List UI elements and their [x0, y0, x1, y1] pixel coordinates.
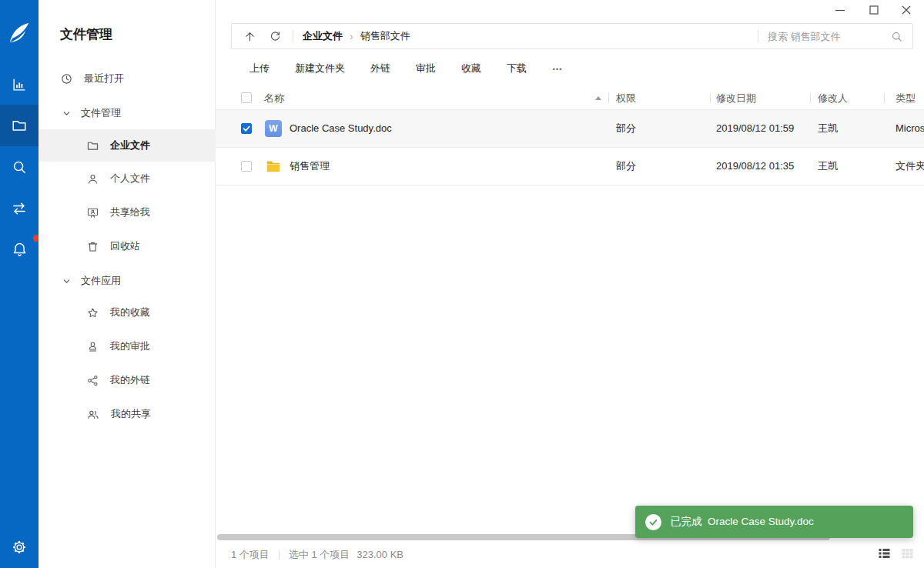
- folder-icon: [265, 158, 282, 175]
- up-level-button[interactable]: [243, 30, 256, 43]
- sidebar-item-label: 我的外链: [110, 373, 150, 387]
- app-logo[interactable]: [0, 14, 38, 52]
- toast-filename: Oracle Case Study.doc: [708, 516, 814, 527]
- new-folder-button[interactable]: 新建文件夹: [295, 62, 345, 75]
- sidebar-item-label: 我的审批: [110, 339, 150, 353]
- sort-ascending-icon: [595, 96, 601, 100]
- divider: [293, 30, 293, 42]
- transfer-arrows-icon: [11, 200, 28, 217]
- divider: [810, 93, 811, 103]
- sidebar-item-label: 回收站: [110, 239, 140, 253]
- rail-item-search[interactable]: [0, 146, 38, 188]
- file-permission: 部分: [616, 110, 636, 147]
- column-header-type[interactable]: 类型: [896, 86, 916, 110]
- trash-icon: [86, 240, 99, 253]
- download-complete-toast: 已完成 Oracle Case Study.doc: [635, 506, 913, 538]
- maximize-button[interactable]: [867, 3, 881, 17]
- search-icon[interactable]: [890, 30, 903, 43]
- navigation-bar: 企业文件 › 销售部文件: [231, 23, 913, 49]
- rail-item-files[interactable]: [0, 105, 38, 146]
- download-button[interactable]: 下载: [507, 62, 527, 75]
- sidebar-item-my-approvals[interactable]: 我的审批: [38, 330, 216, 363]
- sidebar-title: 文件管理: [60, 25, 112, 43]
- sidebar-item-recent[interactable]: 最近打开: [38, 62, 216, 95]
- table-row[interactable]: W Oracle Case Study.doc 部分 2019/08/12 01…: [216, 110, 924, 148]
- breadcrumb-root[interactable]: 企业文件: [303, 29, 343, 43]
- grid-view-icon[interactable]: [901, 547, 914, 560]
- refresh-button[interactable]: [269, 30, 282, 43]
- row-checkbox[interactable]: [241, 161, 252, 172]
- chevron-down-icon: [62, 277, 71, 286]
- list-view-icon[interactable]: [878, 547, 891, 560]
- sidebar-item-shared-with-me[interactable]: 共享给我: [38, 196, 216, 229]
- selected-count: 选中 1 个项目: [289, 548, 350, 562]
- rail-item-settings[interactable]: [0, 526, 38, 568]
- search-icon: [11, 159, 28, 175]
- approval-button[interactable]: 审批: [416, 62, 436, 75]
- users-icon: [86, 408, 100, 421]
- divider: [884, 93, 885, 103]
- search-input[interactable]: [768, 31, 887, 42]
- sidebar-group-file-apps[interactable]: 文件应用: [38, 265, 216, 297]
- sidebar-item-my-links[interactable]: 我的外链: [38, 364, 216, 396]
- sidebar-item-label: 共享给我: [110, 205, 150, 219]
- file-type: Microsoft Word 文档: [896, 110, 924, 147]
- file-name[interactable]: Oracle Case Study.doc: [290, 110, 392, 147]
- sidebar-item-label: 个人文件: [110, 172, 150, 185]
- select-all-checkbox[interactable]: [241, 92, 252, 103]
- divider: [608, 93, 609, 103]
- row-checkbox-checked[interactable]: [241, 123, 252, 134]
- shared-screen-icon: [86, 206, 99, 219]
- sidebar-item-enterprise-files[interactable]: 企业文件: [38, 129, 216, 162]
- table-row[interactable]: 销售管理 部分 2019/08/12 01:35 王凯 文件夹: [216, 148, 924, 185]
- sidebar-item-label: 我的收藏: [110, 306, 150, 319]
- file-name[interactable]: 销售管理: [290, 148, 330, 185]
- sidebar-item-label: 最近打开: [84, 72, 124, 85]
- file-modified-date: 2019/08/12 01:35: [716, 148, 794, 185]
- column-header-modified-by[interactable]: 修改人: [818, 86, 848, 110]
- app-window: 文件管理 最近打开 文件管理 企业文件 个人文件: [0, 0, 924, 568]
- sidebar-item-personal-files[interactable]: 个人文件: [38, 162, 216, 195]
- feather-logo-icon: [6, 19, 32, 47]
- sidebar-group-file-management[interactable]: 文件管理: [38, 97, 216, 129]
- rail-item-notifications[interactable]: [0, 229, 38, 270]
- divider: [758, 30, 758, 42]
- sidebar-item-my-favorites[interactable]: 我的收藏: [38, 296, 216, 329]
- rail-item-transfer[interactable]: [0, 188, 38, 229]
- table-header: 名称 权限 修改日期 修改人 类型: [216, 86, 924, 110]
- external-link-button[interactable]: 外链: [370, 62, 390, 75]
- file-type: 文件夹: [896, 148, 924, 185]
- file-modified-by: 王凯: [818, 148, 838, 185]
- file-toolbar: 上传 新建文件夹 外链 审批 收藏 下载 ⋯: [249, 55, 563, 82]
- star-icon: [86, 306, 99, 319]
- upload-button[interactable]: 上传: [249, 62, 270, 75]
- selected-size: 323.00 KB: [357, 549, 403, 560]
- favorite-button[interactable]: 收藏: [461, 62, 481, 75]
- column-header-permission[interactable]: 权限: [616, 86, 636, 110]
- item-count: 1 个项目: [231, 548, 270, 562]
- file-modified-by: 王凯: [818, 110, 838, 147]
- sidebar-item-recycle-bin[interactable]: 回收站: [38, 230, 216, 262]
- stamp-icon: [86, 340, 99, 353]
- toast-status: 已完成: [671, 516, 702, 527]
- minimize-button[interactable]: [833, 3, 847, 17]
- sidebar-group-label: 文件管理: [81, 106, 121, 120]
- minimize-icon: [835, 5, 845, 15]
- chevron-down-icon: [62, 109, 71, 118]
- column-header-name[interactable]: 名称: [264, 86, 284, 110]
- close-icon: [902, 5, 911, 15]
- sidebar-group-label: 文件应用: [81, 274, 121, 288]
- sidebar-item-label: 我的共享: [111, 407, 151, 421]
- folder-icon: [11, 117, 28, 134]
- close-button[interactable]: [899, 3, 913, 17]
- view-toggles: [878, 547, 914, 560]
- column-header-modified-date[interactable]: 修改日期: [716, 86, 756, 110]
- breadcrumb-current[interactable]: 销售部文件: [360, 29, 410, 43]
- sidebar-item-my-shares[interactable]: 我的共享: [38, 398, 216, 430]
- word-doc-icon: W: [265, 120, 282, 137]
- share-nodes-icon: [86, 374, 99, 387]
- file-permission: 部分: [616, 148, 636, 185]
- rail-item-dashboard[interactable]: [0, 64, 38, 105]
- more-actions-button[interactable]: ⋯: [552, 63, 563, 75]
- maximize-icon: [869, 5, 879, 15]
